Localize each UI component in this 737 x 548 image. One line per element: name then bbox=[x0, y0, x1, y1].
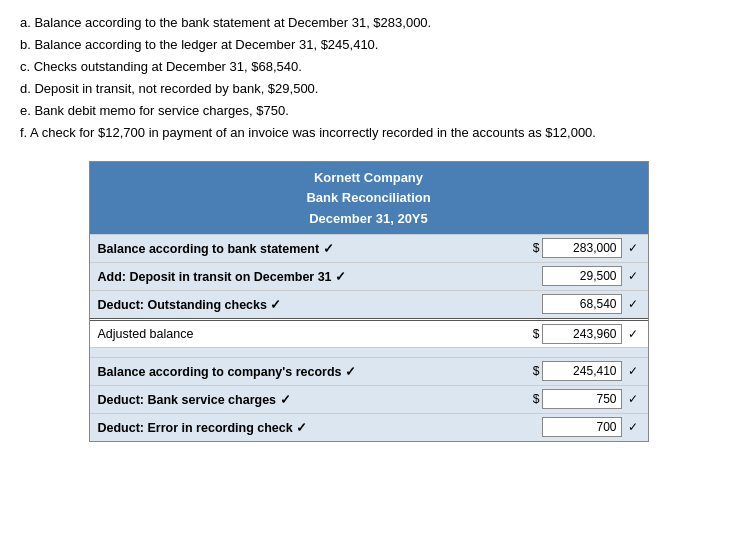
dollar-sign-1: $ bbox=[528, 238, 542, 255]
dollar-sign-svc: $ bbox=[528, 389, 542, 406]
deposit-transit-row: Add: Deposit in transit on December 31 ✓… bbox=[90, 262, 648, 290]
bank-balance-amount: 283,000 bbox=[542, 238, 622, 258]
company-balance-label: Balance according to company's records ✓ bbox=[94, 364, 528, 379]
intro-item-e: e. Bank debit memo for service charges, … bbox=[20, 100, 717, 122]
deposit-transit-label: Add: Deposit in transit on December 31 ✓ bbox=[94, 269, 528, 284]
reconciliation-table: Kornett Company Bank Reconciliation Dece… bbox=[89, 161, 649, 442]
spacer-1 bbox=[90, 347, 648, 357]
error-check-row: Deduct: Error in recording check ✓ 700 ✓ bbox=[90, 413, 648, 441]
company-balance-amount: 245,410 bbox=[542, 361, 622, 381]
error-check-label: Deduct: Error in recording check ✓ bbox=[94, 420, 528, 435]
intro-item-f: f. A check for $12,700 in payment of an … bbox=[20, 122, 717, 144]
check-adj: ✓ bbox=[622, 327, 644, 341]
deposit-transit-amount: 29,500 bbox=[542, 266, 622, 286]
service-charges-row: Deduct: Bank service charges ✓ $ 750 ✓ bbox=[90, 385, 648, 413]
dollar-sign-adj: $ bbox=[528, 324, 542, 341]
intro-item-a: a. Balance according to the bank stateme… bbox=[20, 12, 717, 34]
check-3: ✓ bbox=[622, 297, 644, 311]
check-svc: ✓ bbox=[622, 392, 644, 406]
table-header: Kornett Company Bank Reconciliation Dece… bbox=[90, 162, 648, 234]
adjusted-balance-bank-row: Adjusted balance $ 243,960 ✓ bbox=[90, 318, 648, 347]
service-charges-amount: 750 bbox=[542, 389, 622, 409]
dollar-sign-3 bbox=[528, 294, 542, 297]
check-err: ✓ bbox=[622, 420, 644, 434]
intro-section: a. Balance according to the bank stateme… bbox=[20, 12, 717, 145]
check-co: ✓ bbox=[622, 364, 644, 378]
dollar-sign-2 bbox=[528, 266, 542, 269]
check-1: ✓ bbox=[622, 241, 644, 255]
outstanding-checks-row: Deduct: Outstanding checks ✓ 68,540 ✓ bbox=[90, 290, 648, 318]
dollar-sign-co: $ bbox=[528, 361, 542, 378]
table-title: Bank Reconciliation bbox=[94, 188, 644, 209]
error-check-amount: 700 bbox=[542, 417, 622, 437]
outstanding-checks-amount: 68,540 bbox=[542, 294, 622, 314]
adjusted-balance-bank-amount: 243,960 bbox=[542, 324, 622, 344]
company-name: Kornett Company bbox=[94, 168, 644, 189]
bank-balance-row: Balance according to bank statement ✓ $ … bbox=[90, 234, 648, 262]
intro-item-b: b. Balance according to the ledger at De… bbox=[20, 34, 717, 56]
dollar-sign-err bbox=[528, 417, 542, 420]
bank-balance-label: Balance according to bank statement ✓ bbox=[94, 241, 528, 256]
check-2: ✓ bbox=[622, 269, 644, 283]
company-balance-row: Balance according to company's records ✓… bbox=[90, 357, 648, 385]
intro-item-d: d. Deposit in transit, not recorded by b… bbox=[20, 78, 717, 100]
adjusted-balance-bank-label: Adjusted balance bbox=[94, 327, 528, 341]
table-date: December 31, 20Y5 bbox=[94, 209, 644, 230]
outstanding-checks-label: Deduct: Outstanding checks ✓ bbox=[94, 297, 528, 312]
intro-item-c: c. Checks outstanding at December 31, $6… bbox=[20, 56, 717, 78]
service-charges-label: Deduct: Bank service charges ✓ bbox=[94, 392, 528, 407]
